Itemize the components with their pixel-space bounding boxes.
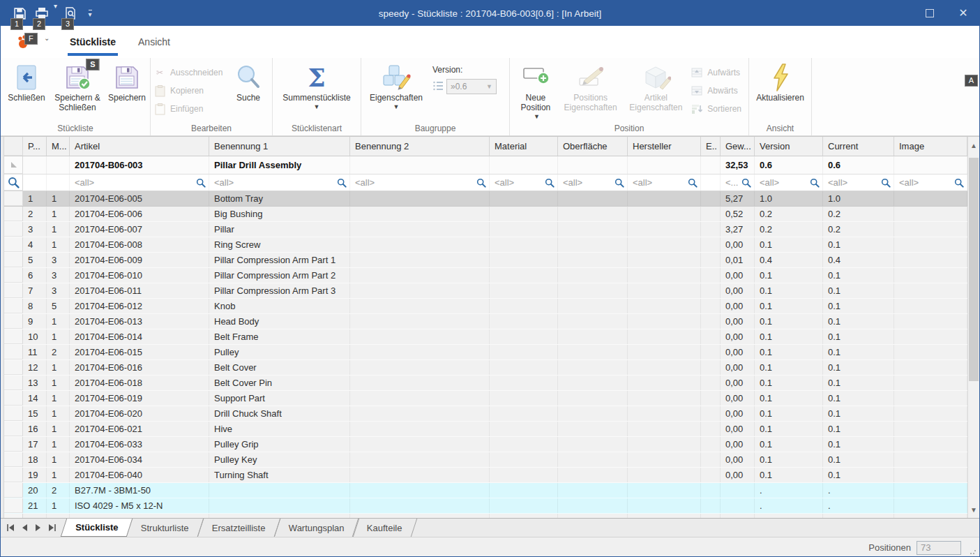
row-header-cell[interactable]: [4, 437, 23, 452]
copy-button[interactable]: Kopieren: [151, 82, 230, 100]
filter-cell-ben2[interactable]: <all>: [350, 174, 490, 191]
column-header-artikel[interactable]: Artikel: [70, 137, 209, 156]
table-row[interactable]: 112201704-E06-015Pulley0,000.10.1: [4, 345, 967, 360]
table-row[interactable]: 41201704-E06-008Ring Screw0,000.10.1: [4, 237, 967, 253]
row-header-cell[interactable]: [4, 406, 23, 421]
table-row[interactable]: 31201704-E06-007Pillar3,270.20.2: [4, 222, 967, 237]
scroll-down-arrow-icon[interactable]: ▼: [968, 503, 979, 517]
filter-cell-p[interactable]: [23, 174, 47, 191]
column-header-hersteller[interactable]: Hersteller: [628, 137, 701, 156]
save-button-qat[interactable]: 1: [10, 1, 29, 26]
filter-cell-e[interactable]: [701, 174, 721, 191]
filter-magnifier-icon[interactable]: [954, 178, 967, 188]
filter-cell-current[interactable]: <all>: [823, 174, 894, 191]
filter-cell-m[interactable]: [47, 174, 70, 191]
column-header-oberflaeche[interactable]: Oberfläche: [558, 137, 628, 156]
table-row[interactable]: 101201704-E06-014Belt Frame0,000.10.1: [4, 329, 967, 345]
table-row[interactable]: 53201704-E06-009Pillar Compression Arm P…: [4, 253, 967, 268]
filter-magnifier-icon[interactable]: [881, 178, 894, 188]
row-header-cell[interactable]: [4, 222, 23, 237]
table-row[interactable]: 85201704-E06-012Knob0,000.10.1: [4, 299, 967, 314]
row-header-cell[interactable]: [4, 207, 23, 221]
last-sheet-button[interactable]: [47, 522, 58, 533]
row-header-cell[interactable]: [4, 422, 23, 436]
sheet-tab-wartungsplan[interactable]: Wartungsplan: [273, 519, 359, 537]
first-sheet-button[interactable]: [5, 522, 16, 533]
table-row[interactable]: 63201704-E06-010Pillar Compression Arm P…: [4, 268, 967, 283]
table-row[interactable]: 131201704-E06-018Belt Cover Pin0,000.10.…: [4, 376, 967, 391]
search-button[interactable]: Suche: [230, 61, 266, 122]
filter-cell-version[interactable]: <all>: [755, 174, 823, 191]
filter-row-search[interactable]: [4, 174, 23, 191]
filter-cell-image[interactable]: <all>: [894, 174, 967, 191]
row-header-cell[interactable]: [4, 360, 23, 375]
filter-cell-artikel[interactable]: <all>: [70, 174, 209, 191]
row-header-cell[interactable]: [4, 237, 23, 252]
filter-magnifier-icon[interactable]: [196, 178, 209, 188]
close-bom-button[interactable]: Schließen: [3, 61, 50, 122]
next-sheet-button[interactable]: [33, 522, 44, 533]
filter-magnifier-icon[interactable]: [741, 178, 754, 188]
table-row[interactable]: 181201704-E06-034Pulley Key0,000.10.1: [4, 452, 967, 468]
save-button[interactable]: Speichern: [105, 61, 149, 122]
filter-magnifier-icon[interactable]: [337, 178, 349, 188]
tab-ansicht[interactable]: Ansicht: [133, 26, 175, 58]
filter-cell-hersteller[interactable]: <all>: [628, 174, 701, 191]
sheet-tab-strukturliste[interactable]: Strukturliste: [126, 519, 204, 537]
article-properties-button[interactable]: Artikel Eigenschaften: [624, 61, 688, 122]
row-header-cell[interactable]: [4, 345, 23, 359]
column-header-current[interactable]: Current: [823, 137, 894, 156]
row-header-cell[interactable]: [4, 268, 23, 283]
print-dropdown-caret-icon[interactable]: ▾: [54, 1, 57, 10]
row-header-cell[interactable]: [4, 314, 23, 329]
paste-button[interactable]: Einfügen: [151, 100, 230, 118]
sheet-tab-stueckliste[interactable]: Stückliste: [61, 519, 133, 537]
filter-cell-material[interactable]: <all>: [490, 174, 558, 191]
row-header-cell[interactable]: [4, 483, 23, 498]
filter-magnifier-icon[interactable]: [688, 178, 700, 188]
row-header-cell[interactable]: [4, 191, 23, 206]
file-menu-button[interactable]: F ⌄: [16, 31, 44, 52]
column-header-e[interactable]: E..: [701, 137, 721, 156]
table-row[interactable]: 141201704-E06-019Support Part0,000.10.1: [4, 391, 967, 406]
filter-cell-oberflaeche[interactable]: <all>: [558, 174, 628, 191]
new-position-button[interactable]: Neue Position▼: [514, 61, 557, 122]
column-header-ben1[interactable]: Benennung 1: [209, 137, 350, 156]
filter-magnifier-icon[interactable]: [615, 178, 627, 188]
scroll-up-arrow-icon[interactable]: ▲: [968, 138, 979, 152]
column-header-material[interactable]: Material: [490, 137, 558, 156]
customize-qat-button[interactable]: ▾: [84, 1, 96, 26]
row-header-cell[interactable]: [4, 468, 23, 482]
prev-sheet-button[interactable]: [19, 522, 30, 533]
restore-window-button[interactable]: [921, 4, 939, 22]
column-header-ben2[interactable]: Benennung 2: [350, 137, 490, 156]
row-header-cell[interactable]: [4, 452, 23, 467]
refresh-button[interactable]: Aktualisieren: [751, 61, 811, 122]
column-header-m[interactable]: M...: [47, 137, 70, 156]
cut-button[interactable]: ✂ Ausschneiden: [151, 64, 230, 82]
assembly-properties-button[interactable]: Eigenschaften ▼: [364, 61, 428, 122]
column-header-p[interactable]: P...: [23, 137, 47, 156]
filter-cell-gew[interactable]: <...: [721, 174, 755, 191]
table-row[interactable]: 171201704-E06-033Pulley Grip0,000.10.1: [4, 437, 967, 452]
table-row[interactable]: 191201704-E06-040Turning Shaft0,000.10.1: [4, 468, 967, 483]
resize-grip[interactable]: [970, 548, 977, 555]
filter-magnifier-icon[interactable]: [545, 178, 557, 188]
table-row[interactable]: 21201704-E06-006Big Bushing0,520.20.2: [4, 207, 967, 222]
table-row[interactable]: 91201704-E06-013Head Body0,000.10.1: [4, 314, 967, 329]
close-window-button[interactable]: ✕: [954, 4, 972, 22]
version-combobox[interactable]: »0.6 ▼: [446, 79, 497, 94]
move-down-button[interactable]: Abwärts: [688, 82, 748, 100]
print-button-qat[interactable]: 2: [33, 1, 51, 26]
positions-count-field[interactable]: 73: [917, 541, 961, 555]
table-row[interactable]: 211ISO 4029 - M5 x 12-N..: [4, 498, 967, 514]
row-header-cell[interactable]: [4, 329, 23, 344]
table-row[interactable]: 121201704-E06-016Belt Cover0,000.10.1: [4, 360, 967, 376]
filter-magnifier-icon[interactable]: [810, 178, 822, 188]
row-header-cell[interactable]: [4, 498, 23, 513]
sheet-tab-kaufteile[interactable]: Kaufteile: [352, 519, 417, 537]
row-header-cell[interactable]: [4, 283, 23, 298]
column-header-gew[interactable]: Gew...: [721, 137, 755, 156]
vertical-scrollbar[interactable]: ▲ ▼: [967, 137, 979, 518]
table-row[interactable]: 202B27.7M - 3BM1-50..: [4, 483, 967, 498]
